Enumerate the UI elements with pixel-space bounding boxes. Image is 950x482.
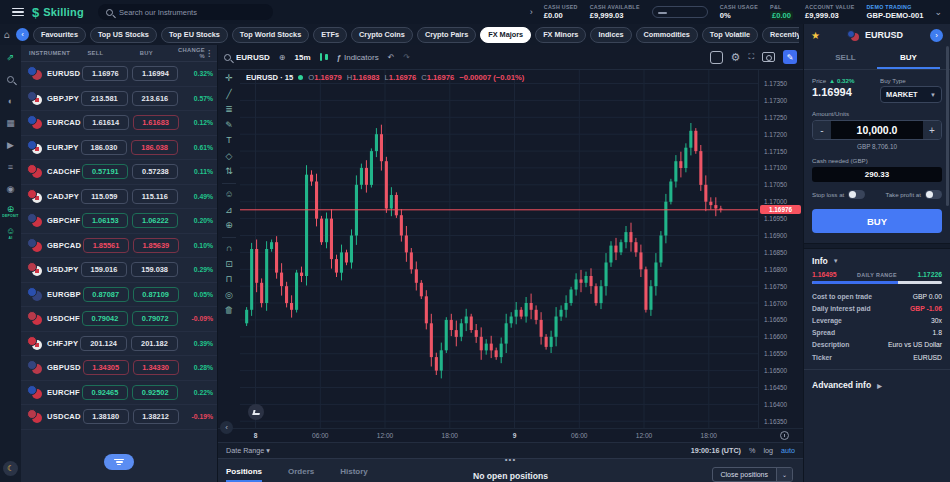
buy-price-button[interactable]: 115.116 (132, 189, 179, 204)
indicators-button[interactable]: ƒIndicators (337, 53, 379, 62)
buy-price-button[interactable]: 201.182 (131, 336, 178, 351)
scroll-tabs-left-button[interactable]: ‹ (16, 28, 29, 41)
video-icon[interactable]: ▶ (4, 139, 17, 152)
sell-price-button[interactable]: 1.06153 (82, 213, 128, 228)
advanced-info-toggle[interactable]: Advanced info▶ (804, 369, 950, 400)
panel-resize-handle[interactable]: ••• (505, 455, 516, 464)
sell-price-button[interactable]: 159.016 (81, 262, 128, 277)
tab-etfs[interactable]: ETFs (313, 27, 347, 43)
price-axis[interactable]: 1.173501.173001.172501.172001.171501.171… (758, 70, 803, 428)
stop-loss-switch-icon[interactable] (848, 190, 865, 199)
tab-recently-traded[interactable]: Recently traded (762, 27, 799, 43)
buy-price-button[interactable]: 1.61683 (133, 115, 179, 130)
chart-symbol-search[interactable]: EURUSD (224, 53, 270, 62)
chart-type-candles-icon[interactable] (320, 53, 328, 61)
chart-settings-gear-icon[interactable]: ⚙ (731, 51, 741, 64)
utc-clock[interactable]: 19:00:16 (UTC) (691, 446, 741, 455)
take-profit-switch-icon[interactable] (925, 190, 942, 199)
time-axis[interactable]: ‹ 806:0012:0018:00906:0012:0018:00 (218, 428, 803, 442)
profile-icon[interactable]: ◉ (4, 183, 17, 196)
watchlist-row-usdjpy[interactable]: USDJPY159.016159.0380.29% (21, 258, 217, 283)
sell-price-button[interactable]: 213.581 (81, 91, 128, 106)
magnet-tool-icon[interactable]: ∩ (222, 244, 236, 253)
buy-price-button[interactable]: 0.57238 (132, 164, 178, 179)
watchlist-menu-icon[interactable]: ⋮ (205, 49, 213, 58)
tab-top-volatile[interactable]: Top Volatile (702, 27, 758, 43)
instrument-search[interactable] (98, 4, 273, 20)
watchlist-row-gbpcad[interactable]: GBPCAD1.855611.856390.10% (21, 234, 217, 259)
position-tool-icon[interactable]: ⇅ (222, 167, 236, 176)
watchlist-row-usdcad[interactable]: USDCAD1.381801.38212-0.19% (21, 405, 217, 430)
tab-top-eu-stocks[interactable]: Top EU Stocks (161, 27, 228, 43)
buy-price-button[interactable]: 0.92502 (132, 385, 178, 400)
education-icon[interactable]: ≡ (4, 161, 17, 174)
order-panel-scrollbar[interactable] (946, 46, 949, 206)
sell-price-button[interactable]: 201.124 (80, 336, 127, 351)
watchlist-row-usdchf[interactable]: USDCHF0.790420.79072-0.09% (21, 307, 217, 332)
watchlist-row-eurjpy[interactable]: EURJPY186.030186.0380.61% (21, 136, 217, 161)
menu-icon[interactable] (12, 8, 24, 17)
amount-increase-button[interactable]: + (923, 121, 941, 139)
interval-button[interactable]: 15m (294, 53, 310, 62)
buy-price-button[interactable]: 1.85639 (133, 238, 179, 253)
pattern-tool-icon[interactable]: ◇ (222, 152, 236, 161)
buy-price-button[interactable]: 0.87109 (133, 287, 179, 302)
sell-price-button[interactable]: 1.61614 (83, 115, 129, 130)
log-scale-button[interactable]: log (763, 446, 773, 455)
search-input[interactable] (119, 8, 265, 17)
measure-tool-icon[interactable]: ⊿ (222, 206, 236, 215)
watchlist-row-gbpchf[interactable]: GBPCHF1.061531.062220.20% (21, 209, 217, 234)
buy-price-button[interactable]: 1.16994 (132, 66, 178, 81)
trash-tool-icon[interactable]: 🗑 (222, 306, 236, 315)
sell-price-button[interactable]: 0.92465 (82, 385, 128, 400)
collapse-stats-icon[interactable]: › (530, 7, 533, 17)
timezone-clock-icon[interactable] (780, 431, 789, 440)
markets-icon[interactable]: ⇗ (4, 51, 17, 64)
layout-icon[interactable] (710, 51, 723, 64)
percent-scale-button[interactable]: % (749, 446, 755, 455)
buy-price-button[interactable]: 1.34330 (133, 360, 179, 375)
watchlist-row-eurchf[interactable]: EURCHF0.924650.925020.22% (21, 381, 217, 406)
snapshot-camera-icon[interactable] (762, 52, 775, 62)
account-dropdown-icon[interactable]: ⌄ (934, 7, 942, 17)
order-tab-buy[interactable]: BUY (877, 46, 940, 69)
tab-orders[interactable]: Orders (288, 467, 314, 482)
tab-history[interactable]: History (340, 467, 368, 482)
watchlist-row-eurusd[interactable]: EURUSD1.169761.169940.32% (21, 62, 217, 87)
search-icon[interactable] (4, 73, 17, 86)
tab-fx-minors[interactable]: FX Minors (535, 27, 586, 43)
drawing-lines-tool-icon[interactable]: ≣ (222, 105, 236, 114)
text-tool-icon[interactable]: T (222, 136, 236, 145)
zoom-in-tool-icon[interactable]: ⊕ (222, 221, 236, 230)
sell-price-button[interactable]: 0.57191 (82, 164, 128, 179)
tab-top-world-stocks[interactable]: Top World Stocks (232, 27, 309, 43)
sell-price-button[interactable]: 115.059 (81, 189, 128, 204)
tab-fx-majors[interactable]: FX Majors (480, 27, 531, 43)
favourite-star-icon[interactable]: ★ (811, 30, 820, 41)
trend-line-tool-icon[interactable]: ╱ (222, 90, 236, 99)
tab-crypto-coins[interactable]: Crypto Coins (351, 27, 413, 43)
watchlist-row-gbpusd[interactable]: GBPUSD1.343051.343300.28% (21, 356, 217, 381)
theme-toggle-moon-icon[interactable]: ☾ (3, 461, 18, 476)
tab-crypto-pairs[interactable]: Crypto Pairs (417, 27, 476, 43)
ai-assistant-icon[interactable]: ☺AI (4, 227, 17, 240)
scroll-chart-left-button[interactable]: ‹ (220, 421, 233, 434)
watchlist-row-cadjpy[interactable]: CADJPY115.059115.1160.49% (21, 185, 217, 210)
candlestick-chart[interactable]: EURUSD · 15 O1.16979 H1.16983 L1.16976 C… (240, 70, 758, 428)
sell-price-button[interactable]: 1.85561 (83, 238, 129, 253)
emoji-tool-icon[interactable]: ☺ (222, 190, 236, 199)
buy-price-button[interactable]: 0.79072 (132, 311, 178, 326)
buy-price-button[interactable]: 213.616 (132, 91, 179, 106)
sell-price-button[interactable]: 1.38180 (83, 409, 129, 424)
tab-indices[interactable]: Indices (590, 27, 631, 43)
tab-favourites[interactable]: Favourites (33, 27, 86, 43)
auto-scale-button[interactable]: auto (781, 446, 795, 455)
edit-tool-icon[interactable]: ⊡ (222, 260, 236, 269)
watchlist-row-eurcad[interactable]: EURCAD1.616141.616830.12% (21, 111, 217, 136)
redo-icon[interactable]: ↷ (403, 53, 410, 62)
tab-positions[interactable]: Positions (226, 467, 262, 482)
watchlist-row-eurgbp[interactable]: EURGBP0.870870.871090.05% (21, 283, 217, 308)
date-range-button[interactable]: Date Range ▾ (226, 446, 270, 455)
crosshair-tool-icon[interactable]: ✛ (222, 74, 236, 83)
watchlist-row-cadchf[interactable]: CADCHF0.571910.572380.11% (21, 160, 217, 185)
